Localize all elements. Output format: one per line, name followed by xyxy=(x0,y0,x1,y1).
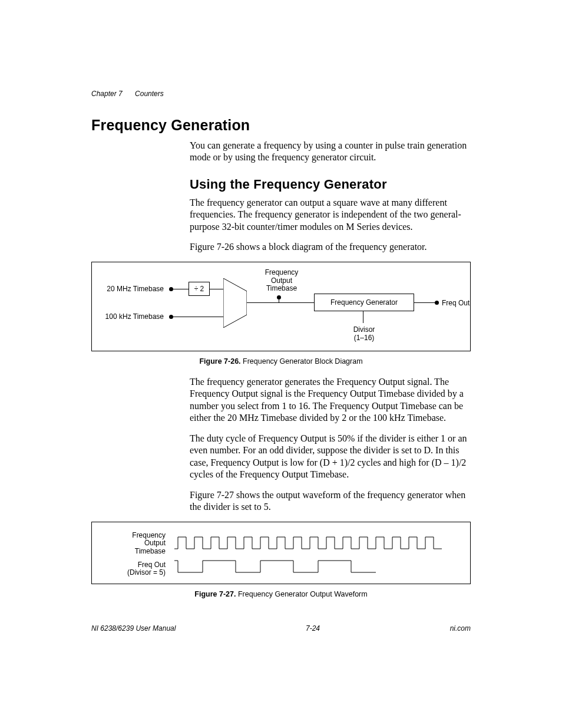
freq-out-waveform-icon xyxy=(174,559,445,576)
label-frequency-output-timebase: Frequency Output Timebase xyxy=(258,269,305,293)
connector-line xyxy=(247,302,314,303)
paragraph: You can generate a frequency by using a … xyxy=(190,140,471,164)
connector-line xyxy=(363,311,363,323)
node-dot-icon xyxy=(169,315,173,319)
label-100khz-timebase: 100 kHz Timebase xyxy=(105,312,164,321)
node-dot-icon xyxy=(169,287,173,291)
footer-manual-title: NI 6238/6239 User Manual xyxy=(91,624,176,633)
figure-7-27-caption: Figure 7-27. Frequency Generator Output … xyxy=(91,590,471,598)
connector-line xyxy=(210,289,223,289)
divide-by-2-box: ÷ 2 xyxy=(189,282,210,296)
page: Chapter 7 Counters Frequency Generation … xyxy=(0,0,562,728)
footer-page-number: 7-24 xyxy=(306,624,320,633)
connector-line xyxy=(173,289,189,289)
node-dot-icon xyxy=(435,301,439,305)
label-frequency-output-timebase: Frequency Output Timebase xyxy=(118,532,166,556)
heading-frequency-generation: Frequency Generation xyxy=(91,117,471,134)
page-footer: NI 6238/6239 User Manual 7-24 ni.com xyxy=(91,624,471,633)
running-header: Chapter 7 Counters xyxy=(91,90,164,98)
connector-line xyxy=(279,297,279,302)
paragraph: The frequency generator can output a squ… xyxy=(190,197,471,233)
svg-marker-0 xyxy=(223,278,247,328)
chapter-label: Chapter 7 xyxy=(91,90,123,98)
paragraph: The frequency generator generates the Fr… xyxy=(190,376,471,424)
timebase-waveform-icon xyxy=(174,536,445,552)
label-freq-out-divisor-5: Freq Out (Divisor = 5) xyxy=(118,561,166,578)
divide-by-2-label: ÷ 2 xyxy=(194,285,204,293)
label-divisor: Divisor (1–16) xyxy=(339,326,389,342)
figure-7-26: 20 MHz Timebase ÷ 2 100 kHz Timebase Fre… xyxy=(91,262,471,351)
frequency-generator-label: Frequency Generator xyxy=(330,298,398,307)
paragraph: The duty cycle of Frequency Output is 50… xyxy=(190,433,471,481)
heading-using-frequency-generator: Using the Frequency Generator xyxy=(190,177,471,192)
connector-line xyxy=(173,317,223,317)
connector-line xyxy=(414,302,435,303)
section-label: Counters xyxy=(135,90,164,98)
paragraph: Figure 7-27 shows the output waveform of… xyxy=(190,489,471,513)
figure-7-27: Frequency Output Timebase Freq Out (Divi… xyxy=(91,522,471,584)
figure-7-26-caption: Figure 7-26. Frequency Generator Block D… xyxy=(91,357,471,365)
frequency-generator-box: Frequency Generator xyxy=(314,294,414,311)
footer-site: ni.com xyxy=(450,624,471,633)
paragraph: Figure 7-26 shows a block diagram of the… xyxy=(190,241,471,253)
label-20mhz-timebase: 20 MHz Timebase xyxy=(107,285,164,293)
mux-icon xyxy=(223,278,247,328)
label-freq-out: Freq Out xyxy=(442,299,477,307)
